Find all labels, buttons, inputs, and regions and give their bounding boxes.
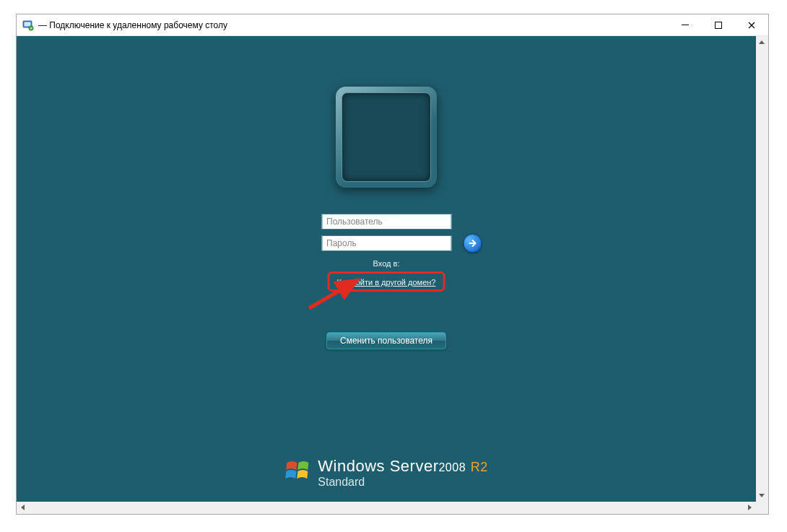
maximize-button[interactable] — [702, 14, 735, 35]
submit-button[interactable] — [464, 234, 482, 253]
title-bar: — Подключение к удаленному рабочему стол… — [17, 14, 768, 36]
user-avatar — [342, 92, 431, 182]
client-area: Вход в: Как войти в другой домен? Сменит… — [17, 36, 768, 502]
vertical-scrollbar[interactable] — [756, 36, 768, 502]
highlight-box: Как войти в другой домен? — [328, 271, 445, 292]
login-form: Вход в: Как войти в другой домен? — [313, 214, 461, 292]
window-controls — [669, 14, 768, 35]
username-input[interactable] — [321, 214, 451, 230]
other-domain-link[interactable]: Как войти в другой домен? — [337, 278, 436, 287]
login-screen: Вход в: Как войти в другой домен? Сменит… — [17, 36, 756, 502]
branding: Windows Server2008 R2 Standard — [284, 457, 487, 489]
svg-rect-3 — [682, 25, 689, 25]
brand-year: 2008 — [438, 461, 466, 474]
rdp-icon — [22, 19, 34, 31]
minimize-button[interactable] — [669, 14, 702, 35]
brand-release: R2 — [471, 460, 488, 474]
window-title: — Подключение к удаленному рабочему стол… — [38, 20, 669, 30]
svg-rect-4 — [716, 22, 722, 28]
rdp-window: — Подключение к удаленному рабочему стол… — [16, 14, 769, 515]
close-button[interactable] — [735, 14, 768, 35]
brand-product: Windows Server — [318, 457, 438, 475]
password-input[interactable] — [321, 235, 451, 251]
domain-label: Вход в: — [373, 259, 400, 268]
brand-text: Windows Server2008 R2 Standard — [318, 457, 487, 489]
svg-point-2 — [29, 25, 33, 30]
scroll-corner — [756, 502, 768, 514]
user-avatar-frame — [336, 87, 437, 188]
horizontal-scrollbar[interactable] — [17, 502, 756, 514]
windows-logo-icon — [284, 458, 310, 484]
switch-user-button[interactable]: Сменить пользователя — [326, 332, 446, 349]
svg-rect-1 — [25, 22, 31, 26]
brand-edition: Standard — [318, 476, 487, 489]
